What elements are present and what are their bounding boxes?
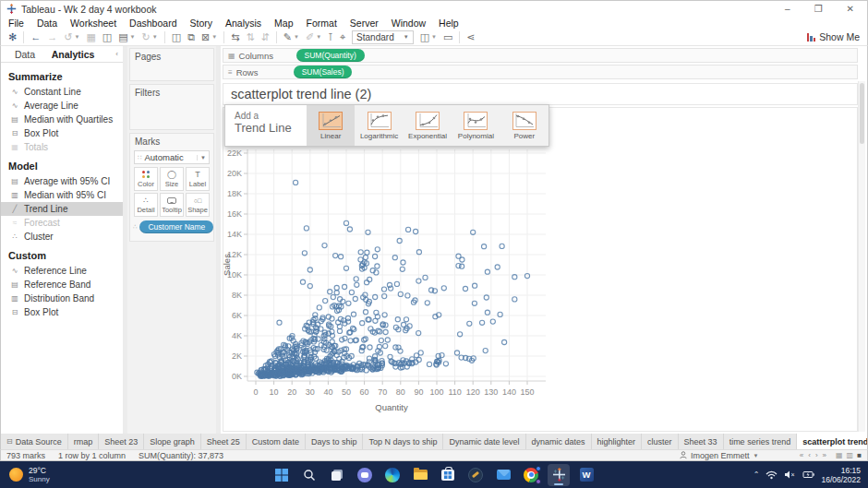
sheet-tab-time-series-trend[interactable]: time series trend	[724, 434, 798, 449]
menu-story[interactable]: Story	[189, 18, 212, 29]
store-taskbar-icon[interactable]	[437, 464, 459, 486]
rows-shelf[interactable]: ≡ Rows SUM(Sales)	[223, 65, 858, 79]
sheet-tab-sheet-23[interactable]: Sheet 23	[99, 434, 144, 449]
new-data-source-icon[interactable]: ◫	[102, 30, 112, 45]
tableau-taskbar-icon[interactable]	[548, 464, 570, 486]
analytics-item-median-with-quartiles[interactable]: ▤Median with Quartiles	[1, 113, 123, 126]
swap-icon[interactable]: ⇆	[231, 30, 239, 45]
rows-pill[interactable]: SUM(Sales)	[294, 65, 353, 78]
task-view-taskbar-icon[interactable]	[326, 464, 348, 486]
trend-option-power[interactable]: Power	[500, 105, 549, 146]
minimize-button[interactable]: –	[785, 2, 790, 17]
sheet-tab-sheet-25[interactable]: Sheet 25	[201, 434, 247, 449]
duplicate-sheet-icon[interactable]: ⧉	[187, 30, 195, 45]
analytics-item-average-with-95-ci[interactable]: ▤Average with 95% CI	[1, 174, 123, 188]
columns-shelf[interactable]: ▦ Columns SUM(Quantity)	[223, 48, 858, 63]
analytics-item-reference-band[interactable]: ▤Reference Band	[1, 278, 123, 292]
start-taskbar-icon[interactable]	[271, 464, 293, 486]
hidden-icons-icon[interactable]: ⌃	[753, 470, 760, 479]
highlight-icon[interactable]: ✎▼	[283, 30, 299, 45]
sheet-tab-highlighter[interactable]: highlighter	[592, 434, 643, 449]
last-sheet-icon[interactable]: »	[823, 451, 826, 459]
sheet-tab-top-n-days-to-ship[interactable]: Top N days to ship	[363, 434, 443, 449]
filmstrip-icon[interactable]: ▥	[847, 451, 854, 459]
refresh-icon[interactable]: ↻▼	[142, 30, 158, 45]
analytics-item-distribution-band[interactable]: ▥Distribution Band	[1, 292, 123, 305]
menu-analysis[interactable]: Analysis	[225, 18, 261, 29]
analytics-item-box-plot[interactable]: ⊟Box Plot	[1, 305, 123, 319]
label-button[interactable]: TLabel	[186, 167, 210, 191]
taskbar-clock[interactable]: 16:15 16/06/2022	[821, 466, 861, 484]
analytics-item-average-line[interactable]: ∿Average Line	[1, 99, 123, 113]
menu-format[interactable]: Format	[307, 18, 337, 29]
format-icon[interactable]: ✐▼	[306, 30, 321, 45]
presentation-mode-icon[interactable]: ▭	[443, 30, 452, 45]
mail-taskbar-icon[interactable]	[492, 464, 514, 486]
menu-server[interactable]: Server	[350, 18, 379, 29]
menu-help[interactable]: Help	[439, 18, 459, 29]
menu-worksheet[interactable]: Worksheet	[70, 18, 116, 29]
search-taskbar-icon[interactable]	[298, 464, 320, 486]
fit-mode-select[interactable]: Standard ▼	[352, 30, 414, 44]
tooltip-button[interactable]: Tooltip	[160, 193, 184, 217]
menu-data[interactable]: Data	[37, 18, 57, 29]
analytics-item-constant-line[interactable]: ∿Constant Line	[1, 85, 123, 99]
sheet-tab-custom-date[interactable]: Custom date	[247, 434, 306, 449]
shape-button[interactable]: ○□Shape	[186, 193, 210, 217]
size-button[interactable]: ◯Size	[160, 167, 184, 191]
fit-selector-icon[interactable]: ◫▼	[420, 30, 437, 45]
word-taskbar-icon[interactable]: W	[575, 464, 597, 486]
detail-button[interactable]: ∴Detail	[134, 193, 158, 217]
weather-widget[interactable]: 29°C Sunny	[9, 467, 50, 483]
clear-sheet-icon[interactable]: ⊠▼	[201, 30, 217, 45]
mark-type-dropdown[interactable]: ∷ Automatic ▼	[134, 150, 210, 164]
sort-descending-icon[interactable]: ⇵	[261, 30, 270, 45]
sheet-tab-rmap[interactable]: rmap	[68, 434, 100, 449]
columns-pill[interactable]: SUM(Quantity)	[296, 49, 365, 62]
sort-ascending-icon[interactable]: ⇅	[246, 30, 254, 45]
sheet-tab-slope-graph[interactable]: Slope graph	[144, 434, 201, 449]
tableau-logo-icon[interactable]: ✻	[8, 30, 17, 45]
analytics-item-trend-line[interactable]: ╱Trend Line	[1, 202, 123, 216]
filters-shelf[interactable]: Filters	[129, 84, 214, 130]
analytics-item-reference-line[interactable]: ∿Reference Line	[1, 264, 123, 278]
chat-taskbar-icon[interactable]	[354, 464, 376, 486]
menu-dashboard[interactable]: Dashboard	[129, 18, 176, 29]
trend-option-linear[interactable]: Linear	[307, 105, 355, 146]
battery-icon[interactable]	[802, 470, 814, 480]
sheet-tab-dynamic-date-level[interactable]: Dynamic date level	[443, 434, 525, 449]
analytics-item-cluster[interactable]: ∴Cluster	[1, 230, 123, 244]
wifi-icon[interactable]	[766, 470, 778, 480]
forward-icon[interactable]: →	[47, 30, 57, 45]
save-icon[interactable]: ▦	[86, 30, 95, 45]
sheet-sorter-icon[interactable]: ▦	[836, 451, 843, 459]
sheet-tab-cluster[interactable]: cluster	[642, 434, 679, 449]
fix-axes-icon[interactable]: ⌖	[340, 30, 345, 45]
scrollbar-thumb[interactable]	[860, 83, 864, 144]
add-sheet-icon[interactable]: ◫	[172, 30, 181, 45]
menu-window[interactable]: Window	[392, 18, 426, 29]
tab-analytics[interactable]: Analytics	[49, 46, 97, 62]
chrome-taskbar-icon[interactable]	[520, 464, 542, 486]
close-button[interactable]: ✕	[847, 2, 854, 17]
user-menu[interactable]: Imogen Emmett ▼	[680, 451, 758, 460]
menu-map[interactable]: Map	[274, 18, 293, 29]
undo-icon[interactable]: ↺▼	[64, 30, 79, 45]
trend-option-exp[interactable]: Exponential	[404, 105, 452, 146]
new-worksheet-icon[interactable]: ▤▼	[118, 30, 135, 45]
analytics-item-box-plot[interactable]: ⊟Box Plot	[1, 126, 123, 140]
show-tabs-icon[interactable]: ■	[857, 451, 862, 459]
file-explorer-taskbar-icon[interactable]	[409, 464, 431, 486]
customer-name-pill[interactable]: Customer Name	[139, 220, 213, 233]
edge-taskbar-icon[interactable]	[381, 464, 404, 486]
scatter-marks[interactable]	[255, 180, 530, 378]
color-button[interactable]: Color	[134, 167, 158, 191]
compass-taskbar-icon[interactable]	[464, 464, 487, 486]
collapse-pane-icon[interactable]: ‹	[115, 50, 123, 58]
menu-file[interactable]: File	[8, 18, 24, 29]
volume-muted-icon[interactable]: ×	[784, 470, 796, 480]
first-sheet-icon[interactable]: «	[800, 451, 803, 459]
sheet-tab-data-source[interactable]: ⊟Data Source	[1, 434, 68, 449]
analytics-item-median-with-95-ci[interactable]: ▥Median with 95% CI	[1, 188, 123, 202]
next-sheet-icon[interactable]: ›	[815, 451, 818, 459]
